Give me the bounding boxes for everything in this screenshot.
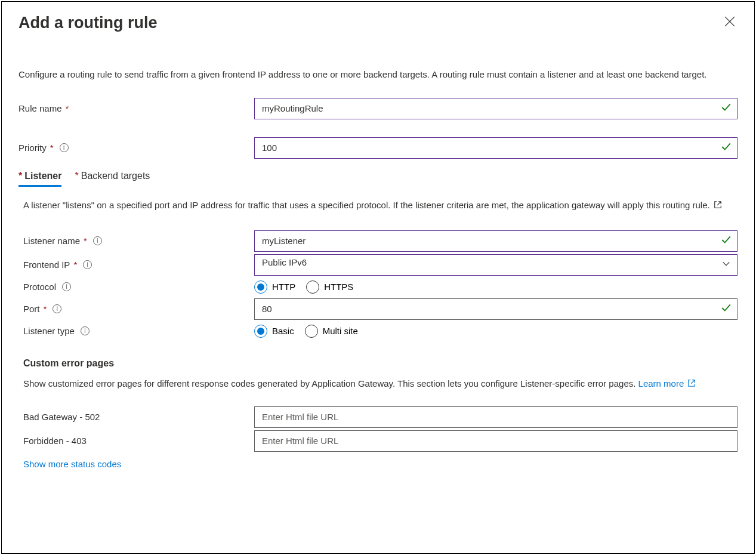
rule-name-input[interactable] xyxy=(254,98,738,119)
priority-input[interactable] xyxy=(254,137,738,159)
required-asterisk: * xyxy=(18,171,22,181)
listener-name-label: Listener name * i xyxy=(18,236,254,246)
show-more-status-codes-link[interactable]: Show more status codes xyxy=(23,459,121,469)
radio-unchecked-icon xyxy=(305,325,318,338)
radio-checked-icon xyxy=(254,280,267,294)
check-icon xyxy=(721,303,732,316)
required-asterisk: * xyxy=(84,236,87,246)
listener-description: A listener "listens" on a specified port… xyxy=(23,199,738,212)
tab-listener[interactable]: *Listener xyxy=(18,171,61,187)
info-icon[interactable]: i xyxy=(81,326,90,335)
protocol-row: Protocol i HTTP HTTPS xyxy=(18,278,738,296)
forbidden-label: Forbidden - 403 xyxy=(18,436,254,446)
check-icon xyxy=(721,141,732,155)
radio-unchecked-icon xyxy=(306,280,319,294)
error-pages-description: Show customized error pages for differen… xyxy=(23,377,738,391)
info-icon[interactable]: i xyxy=(62,282,71,291)
external-link-icon xyxy=(687,378,696,391)
rule-name-label: Rule name * xyxy=(18,103,254,113)
learn-more-link[interactable]: Learn more xyxy=(638,378,696,388)
forbidden-row: Forbidden - 403 xyxy=(18,430,738,452)
external-link-icon[interactable] xyxy=(714,199,722,212)
port-label: Port * i xyxy=(18,304,254,314)
listener-section: Listener name * i Frontend IP * i Public… xyxy=(18,230,738,470)
listener-name-row: Listener name * i xyxy=(18,230,738,252)
close-button[interactable] xyxy=(722,14,738,31)
listener-type-multi-radio[interactable]: Multi site xyxy=(305,325,358,338)
frontend-ip-label: Frontend IP * i xyxy=(18,260,254,270)
protocol-https-radio[interactable]: HTTPS xyxy=(306,280,353,294)
info-icon[interactable]: i xyxy=(60,143,69,152)
tabs: *Listener *Backend targets xyxy=(18,171,738,187)
required-asterisk: * xyxy=(50,143,54,153)
listener-type-basic-radio[interactable]: Basic xyxy=(254,325,294,338)
info-icon[interactable]: i xyxy=(83,260,92,269)
required-asterisk: * xyxy=(44,304,47,314)
check-icon xyxy=(721,235,732,248)
frontend-ip-select[interactable]: Public IPv6 xyxy=(254,254,738,276)
bad-gateway-input[interactable] xyxy=(254,406,738,428)
info-icon[interactable]: i xyxy=(53,304,61,313)
radio-checked-icon xyxy=(254,325,267,338)
tab-backend-targets[interactable]: *Backend targets xyxy=(75,171,150,187)
priority-row: Priority * i xyxy=(18,137,738,159)
port-input[interactable] xyxy=(254,298,738,320)
info-icon[interactable]: i xyxy=(93,236,102,245)
forbidden-input[interactable] xyxy=(254,430,738,452)
port-row: Port * i xyxy=(18,298,738,320)
priority-label: Priority * i xyxy=(18,143,254,153)
frontend-ip-row: Frontend IP * i Public IPv6 xyxy=(18,254,738,276)
bad-gateway-row: Bad Gateway - 502 xyxy=(18,406,738,428)
listener-type-label: Listener type i xyxy=(18,326,254,336)
panel-header: Add a routing rule xyxy=(18,14,738,32)
panel-title: Add a routing rule xyxy=(18,14,158,32)
check-icon xyxy=(721,102,732,115)
bad-gateway-label: Bad Gateway - 502 xyxy=(18,412,254,422)
listener-type-row: Listener type i Basic Multi site xyxy=(18,322,738,340)
required-asterisk: * xyxy=(73,260,77,270)
protocol-http-radio[interactable]: HTTP xyxy=(254,280,295,294)
required-asterisk: * xyxy=(66,103,69,113)
close-icon xyxy=(724,20,735,29)
panel-description: Configure a routing rule to send traffic… xyxy=(18,68,723,81)
listener-name-input[interactable] xyxy=(254,230,738,252)
error-pages-heading: Custom error pages xyxy=(23,358,738,369)
required-asterisk: * xyxy=(75,171,78,181)
rule-name-row: Rule name * xyxy=(18,98,738,119)
protocol-label: Protocol i xyxy=(18,282,254,292)
routing-rule-panel: Add a routing rule Configure a routing r… xyxy=(1,1,755,554)
